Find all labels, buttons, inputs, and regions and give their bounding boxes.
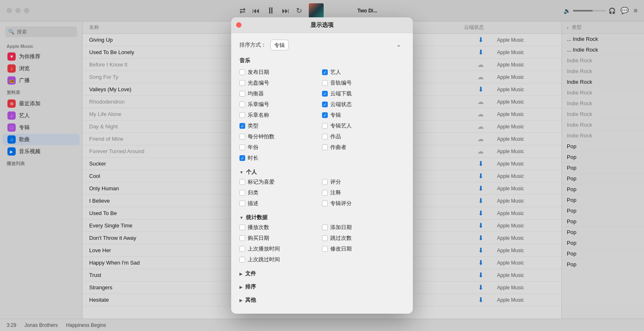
option-checkbox[interactable] bbox=[239, 112, 245, 118]
option-row: 时长 bbox=[239, 154, 322, 163]
option-label: 云端状态 bbox=[330, 101, 352, 108]
order-header[interactable]: ▶ 排序 bbox=[239, 281, 405, 292]
option-checkbox[interactable] bbox=[239, 235, 245, 241]
option-row: 评分 bbox=[322, 177, 405, 187]
option-row: 年份 bbox=[239, 143, 322, 152]
option-row: 专辑评分 bbox=[322, 199, 405, 208]
option-label: 标记为喜爱 bbox=[248, 178, 275, 186]
option-checkbox[interactable] bbox=[322, 246, 328, 252]
option-row: 发布日期 bbox=[239, 68, 322, 77]
option-checkbox[interactable] bbox=[322, 144, 328, 150]
file-header[interactable]: ▶ 文件 bbox=[239, 268, 405, 279]
option-checkbox[interactable] bbox=[322, 69, 328, 75]
option-checkbox[interactable] bbox=[322, 179, 328, 185]
other-section: ▶ 其他 bbox=[239, 295, 405, 305]
option-label: 类型 bbox=[248, 122, 258, 130]
personal-triangle: ▼ bbox=[239, 170, 244, 175]
option-row: 云端状态 bbox=[322, 100, 405, 109]
option-row: 注释 bbox=[322, 188, 405, 197]
option-checkbox[interactable] bbox=[239, 91, 245, 97]
option-row: 光盘编号 bbox=[239, 78, 322, 87]
other-header[interactable]: ▶ 其他 bbox=[239, 295, 405, 305]
personal-header[interactable]: ▼ 个人 bbox=[239, 167, 405, 177]
option-label: 专辑 bbox=[330, 111, 341, 119]
other-triangle: ▶ bbox=[239, 298, 243, 303]
option-row: 添加日期 bbox=[322, 223, 405, 232]
option-checkbox[interactable] bbox=[239, 179, 245, 185]
option-checkbox[interactable] bbox=[322, 102, 328, 107]
modal-titlebar: 显示选项 bbox=[231, 17, 413, 33]
option-checkbox[interactable] bbox=[322, 134, 328, 139]
music-options-grid: 发布日期 艺人 光盘编号 音轨编号 均衡器 云端下载 bbox=[239, 68, 405, 163]
personal-options-grid: 标记为喜爱 评分 归类 注释 描述 专辑评分 bbox=[239, 177, 405, 208]
sort-label: 排序方式： bbox=[239, 41, 266, 49]
stats-options-grid: 播放次数 添加日期 购买日期 跳过次数 上次播放时间 修改日期 bbox=[239, 223, 405, 264]
option-checkbox[interactable] bbox=[322, 80, 328, 86]
option-checkbox[interactable] bbox=[322, 91, 328, 97]
option-label: 修改日期 bbox=[330, 245, 352, 253]
option-checkbox[interactable] bbox=[239, 225, 245, 230]
modal-overlay: 显示选项 排序方式： 专辑 音乐 发布日期 艺人 光盘编号 bbox=[0, 0, 644, 331]
option-checkbox[interactable] bbox=[239, 155, 245, 161]
option-row: 购买日期 bbox=[239, 234, 322, 243]
option-label: 乐章编号 bbox=[248, 101, 269, 108]
option-label: 专辑评分 bbox=[330, 200, 352, 207]
option-label: 艺人 bbox=[330, 69, 341, 76]
option-row: 上次播放时间 bbox=[239, 244, 322, 253]
option-checkbox[interactable] bbox=[239, 246, 245, 252]
option-checkbox[interactable] bbox=[322, 112, 328, 118]
modal-title: 显示选项 bbox=[310, 21, 334, 29]
option-label: 播放次数 bbox=[248, 224, 269, 231]
option-row: 作品 bbox=[322, 132, 405, 141]
option-row: 上次跳过时间 bbox=[239, 255, 322, 264]
sort-select[interactable]: 专辑 bbox=[270, 40, 289, 50]
option-label: 发布日期 bbox=[248, 69, 269, 76]
option-row: 专辑 bbox=[322, 111, 405, 120]
stats-header[interactable]: ▼ 统计数据 bbox=[239, 212, 405, 223]
sort-row: 排序方式： 专辑 bbox=[239, 40, 405, 50]
option-label: 添加日期 bbox=[330, 224, 352, 231]
option-row: 乐章名称 bbox=[239, 111, 322, 120]
option-row: 乐章编号 bbox=[239, 100, 322, 109]
option-label: 注释 bbox=[330, 189, 341, 196]
personal-label: 个人 bbox=[246, 168, 257, 176]
option-label: 乐章名称 bbox=[248, 111, 269, 119]
option-checkbox[interactable] bbox=[239, 190, 245, 196]
option-row: 修改日期 bbox=[322, 244, 405, 253]
modal-close-button[interactable] bbox=[236, 22, 242, 28]
sort-select-wrap: 专辑 bbox=[270, 40, 405, 50]
option-checkbox[interactable] bbox=[322, 201, 328, 206]
option-label: 作曲者 bbox=[330, 144, 346, 151]
option-row: 音轨编号 bbox=[322, 78, 405, 87]
option-label: 归类 bbox=[248, 189, 258, 196]
option-checkbox[interactable] bbox=[322, 235, 328, 241]
option-checkbox[interactable] bbox=[322, 225, 328, 230]
option-label: 每分钟拍数 bbox=[248, 133, 275, 140]
option-checkbox[interactable] bbox=[239, 123, 245, 129]
option-checkbox[interactable] bbox=[239, 134, 245, 139]
option-label: 跳过次数 bbox=[330, 234, 352, 242]
option-checkbox[interactable] bbox=[239, 80, 245, 86]
option-checkbox[interactable] bbox=[239, 201, 245, 206]
option-row: 类型 bbox=[239, 121, 322, 130]
modal-body: 排序方式： 专辑 音乐 发布日期 艺人 光盘编号 音轨编号 bbox=[231, 33, 413, 314]
option-checkbox[interactable] bbox=[239, 102, 245, 107]
order-label: 排序 bbox=[245, 283, 256, 291]
file-triangle: ▶ bbox=[239, 272, 243, 276]
other-label: 其他 bbox=[245, 296, 256, 304]
option-label: 上次跳过时间 bbox=[248, 256, 280, 263]
order-section: ▶ 排序 bbox=[239, 281, 405, 292]
option-checkbox[interactable] bbox=[322, 123, 328, 129]
option-checkbox[interactable] bbox=[322, 190, 328, 196]
option-label: 年份 bbox=[248, 144, 258, 151]
option-row: 跳过次数 bbox=[322, 234, 405, 243]
option-label: 描述 bbox=[248, 200, 258, 207]
option-checkbox[interactable] bbox=[239, 69, 245, 75]
option-row: 归类 bbox=[239, 188, 322, 197]
option-checkbox[interactable] bbox=[239, 257, 245, 262]
option-row: 播放次数 bbox=[239, 223, 322, 232]
option-label: 均衡器 bbox=[248, 90, 264, 97]
option-row: 描述 bbox=[239, 199, 322, 208]
option-checkbox[interactable] bbox=[239, 144, 245, 150]
option-label: 作品 bbox=[330, 133, 341, 140]
